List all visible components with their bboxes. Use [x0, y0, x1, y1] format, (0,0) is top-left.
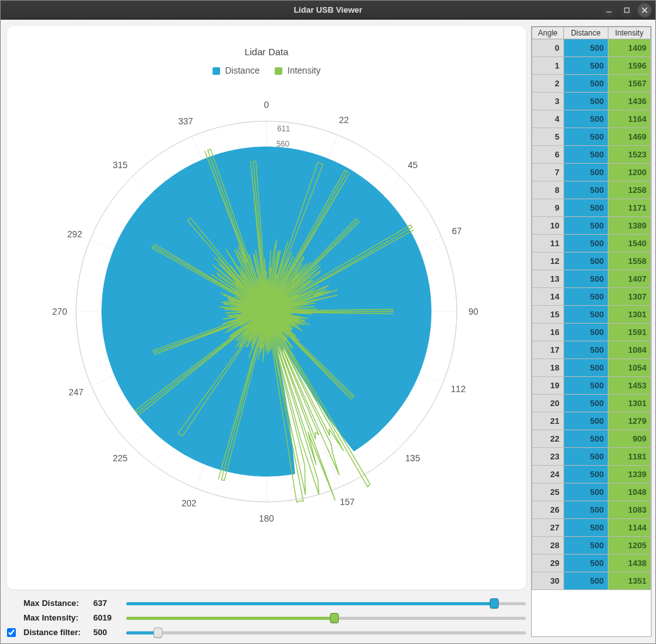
cell-angle[interactable]: 10 [532, 217, 564, 235]
cell-intensity[interactable]: 1171 [608, 199, 650, 217]
cell-intensity[interactable]: 1048 [608, 483, 650, 501]
cell-angle[interactable]: 14 [532, 288, 564, 306]
th-distance[interactable]: Distance [563, 27, 608, 39]
table-row[interactable]: 185001054 [532, 359, 651, 377]
table-row[interactable]: 135001407 [532, 270, 651, 288]
cell-intensity[interactable]: 1540 [608, 235, 650, 253]
cell-angle[interactable]: 3 [532, 93, 564, 110]
cell-distance[interactable]: 500 [563, 537, 608, 555]
cell-angle[interactable]: 8 [532, 181, 564, 199]
cell-intensity[interactable]: 1200 [608, 164, 650, 181]
cell-distance[interactable]: 500 [563, 359, 608, 377]
cell-intensity[interactable]: 1054 [608, 359, 650, 377]
cell-angle[interactable]: 18 [532, 359, 564, 377]
cell-intensity[interactable]: 1084 [608, 341, 650, 359]
cell-angle[interactable]: 2 [532, 75, 564, 93]
cell-distance[interactable]: 500 [563, 217, 608, 235]
table-row[interactable]: 305001351 [532, 572, 651, 590]
cell-distance[interactable]: 500 [563, 181, 608, 199]
cell-distance[interactable]: 500 [563, 253, 608, 270]
table-row[interactable]: 45001164 [532, 110, 651, 128]
cell-distance[interactable]: 500 [563, 519, 608, 537]
cell-distance[interactable]: 500 [563, 199, 608, 217]
cell-angle[interactable]: 11 [532, 235, 564, 253]
cell-intensity[interactable]: 1558 [608, 253, 650, 270]
cell-angle[interactable]: 13 [532, 270, 564, 288]
maximize-button[interactable] [620, 3, 634, 17]
cell-distance[interactable]: 500 [563, 128, 608, 146]
table-row[interactable]: 65001523 [532, 146, 651, 164]
table-row[interactable]: 205001301 [532, 395, 651, 412]
cell-intensity[interactable]: 1181 [608, 448, 650, 466]
cell-angle[interactable]: 12 [532, 253, 564, 270]
cell-distance[interactable]: 500 [563, 466, 608, 483]
table-row[interactable]: 155001301 [532, 306, 651, 324]
table-row[interactable]: 195001453 [532, 377, 651, 395]
cell-intensity[interactable]: 1205 [608, 537, 650, 555]
table-row[interactable]: 215001279 [532, 412, 651, 430]
cell-intensity[interactable]: 1596 [608, 57, 650, 75]
cell-distance[interactable]: 500 [563, 377, 608, 395]
cell-distance[interactable]: 500 [563, 341, 608, 359]
th-angle[interactable]: Angle [532, 27, 564, 39]
th-intensity[interactable]: Intensity [608, 27, 650, 39]
cell-intensity[interactable]: 1144 [608, 519, 650, 537]
cell-angle[interactable]: 24 [532, 466, 564, 483]
cell-intensity[interactable]: 1164 [608, 110, 650, 128]
cell-distance[interactable]: 500 [563, 430, 608, 448]
cell-angle[interactable]: 9 [532, 199, 564, 217]
cell-distance[interactable]: 500 [563, 555, 608, 572]
table-row[interactable]: 35001436 [532, 93, 651, 110]
cell-angle[interactable]: 27 [532, 519, 564, 537]
cell-angle[interactable]: 6 [532, 146, 564, 164]
cell-intensity[interactable]: 1407 [608, 270, 650, 288]
cell-intensity[interactable]: 1258 [608, 181, 650, 199]
cell-distance[interactable]: 500 [563, 448, 608, 466]
cell-angle[interactable]: 7 [532, 164, 564, 181]
table-row[interactable]: 175001084 [532, 341, 651, 359]
cell-intensity[interactable]: 1567 [608, 75, 650, 93]
table-row[interactable]: 95001171 [532, 199, 651, 217]
cell-angle[interactable]: 29 [532, 555, 564, 572]
table-row[interactable]: 75001200 [532, 164, 651, 181]
cell-angle[interactable]: 19 [532, 377, 564, 395]
cell-angle[interactable]: 22 [532, 430, 564, 448]
cell-intensity[interactable]: 1301 [608, 395, 650, 412]
table-row[interactable]: 15001596 [532, 57, 651, 75]
cell-distance[interactable]: 500 [563, 501, 608, 519]
legend-distance[interactable]: Distance [213, 65, 262, 76]
cell-angle[interactable]: 15 [532, 306, 564, 324]
table-row[interactable]: 145001307 [532, 288, 651, 306]
table-row[interactable]: 275001144 [532, 519, 651, 537]
cell-distance[interactable]: 500 [563, 57, 608, 75]
cell-angle[interactable]: 20 [532, 395, 564, 412]
data-table-scroll[interactable]: Angle Distance Intensity 050014091500159… [532, 27, 651, 636]
cell-distance[interactable]: 500 [563, 412, 608, 430]
table-row[interactable]: 245001339 [532, 466, 651, 483]
cell-intensity[interactable]: 1409 [608, 39, 650, 57]
cell-distance[interactable]: 500 [563, 235, 608, 253]
table-row[interactable]: 55001469 [532, 128, 651, 146]
cell-intensity[interactable]: 1591 [608, 324, 650, 341]
table-row[interactable]: 125001558 [532, 253, 651, 270]
distance-filter-checkbox[interactable] [7, 628, 16, 637]
cell-intensity[interactable]: 1083 [608, 501, 650, 519]
table-row[interactable]: 115001540 [532, 235, 651, 253]
cell-distance[interactable]: 500 [563, 324, 608, 341]
cell-distance[interactable]: 500 [563, 164, 608, 181]
table-row[interactable]: 255001048 [532, 483, 651, 501]
cell-intensity[interactable]: 1438 [608, 555, 650, 572]
cell-intensity[interactable]: 1307 [608, 288, 650, 306]
cell-angle[interactable]: 4 [532, 110, 564, 128]
distance-filter-slider[interactable] [126, 629, 526, 636]
cell-distance[interactable]: 500 [563, 306, 608, 324]
cell-angle[interactable]: 25 [532, 483, 564, 501]
cell-intensity[interactable]: 1469 [608, 128, 650, 146]
cell-distance[interactable]: 500 [563, 483, 608, 501]
cell-angle[interactable]: 17 [532, 341, 564, 359]
table-row[interactable]: 295001438 [532, 555, 651, 572]
max-intensity-slider[interactable] [126, 614, 526, 622]
table-row[interactable]: 25001567 [532, 75, 651, 93]
table-row[interactable]: 235001181 [532, 448, 651, 466]
table-row[interactable]: 285001205 [532, 537, 651, 555]
